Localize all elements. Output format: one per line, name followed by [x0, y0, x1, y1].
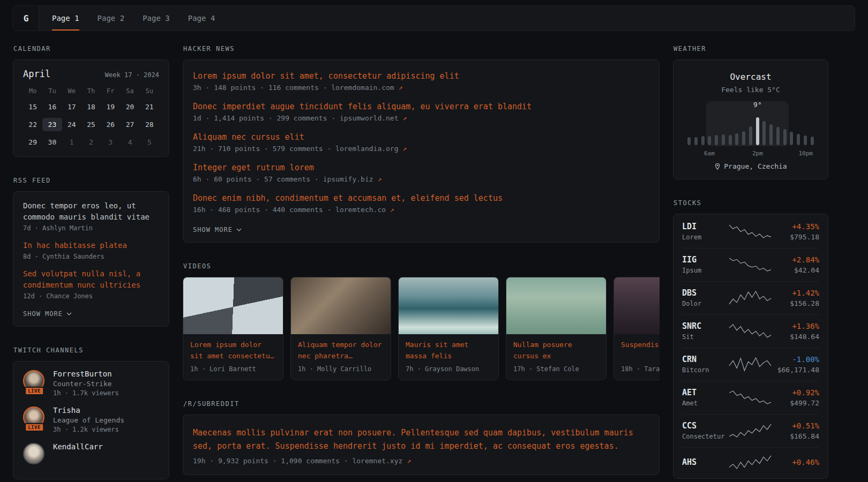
weather-hour-bar: [749, 126, 752, 145]
calendar-widget: CALENDAR April Week 17 · 2024 MoTuWeThFr…: [13, 45, 169, 157]
rss-show-more-button[interactable]: SHOW MORE: [23, 310, 72, 318]
chevron-down-icon: [66, 312, 72, 315]
calendar-day[interactable]: 19: [101, 100, 120, 114]
twitch-channel-name[interactable]: KendallCarr: [53, 442, 103, 451]
twitch-channel[interactable]: LIVE Trisha League of Legends 3h · 1.2k …: [23, 406, 159, 433]
calendar-day[interactable]: 30: [42, 135, 62, 149]
topbar: G Page 1Page 2Page 3Page 4: [13, 5, 855, 31]
hn-item-domain[interactable]: loremdomain.com: [331, 84, 394, 92]
tab-page-3[interactable]: Page 3: [143, 6, 170, 31]
videos-widget: VIDEOS Lorem ipsum dolor sit amet consec…: [183, 262, 660, 380]
twitch-channel-name[interactable]: Trisha: [53, 406, 124, 415]
video-title[interactable]: Lorem ipsum dolor sit amet consectetu…: [190, 340, 276, 362]
stock-row[interactable]: DBS Dolor +1.42% $156.28: [682, 281, 819, 314]
video-title[interactable]: Mauris sit amet massa felis: [406, 340, 491, 362]
hackernews-widget: HACKER NEWS Lorem ipsum dolor sit amet, …: [183, 45, 660, 243]
stock-identity: CRN Bitcorn: [682, 355, 728, 374]
stock-row[interactable]: LDI Lorem +4.35% $795.18: [682, 215, 819, 248]
calendar-day[interactable]: 5: [140, 135, 159, 149]
rss-item: Donec tempor eros leo, ut commodo mauris…: [23, 200, 159, 232]
video-thumbnail[interactable]: [399, 277, 498, 334]
stock-row[interactable]: AET Amet +0.92% $499.72: [682, 381, 819, 414]
hn-item-title[interactable]: Donec enim nibh, condimentum et accumsan…: [193, 193, 649, 203]
stock-spark-wrap: [728, 257, 773, 273]
calendar-day[interactable]: 1: [62, 135, 81, 149]
calendar-day[interactable]: 22: [23, 118, 42, 131]
weather-peak-temp: 9°: [753, 101, 762, 109]
stock-row[interactable]: CRN Bitcorn -1.00% $66,171.48: [682, 348, 819, 381]
tab-page-2[interactable]: Page 2: [98, 6, 125, 31]
calendar-day[interactable]: 16: [42, 100, 62, 114]
calendar-day-header: Sa: [120, 87, 139, 96]
calendar-day[interactable]: 26: [101, 118, 120, 131]
calendar-day[interactable]: 18: [81, 100, 101, 114]
hn-item-title[interactable]: Integer eget rutrum lorem: [193, 163, 649, 172]
video-title[interactable]: Nullam posuere cursus ex: [513, 340, 599, 362]
video-title[interactable]: Aliquam tempor dolor nec pharetra…: [298, 340, 384, 362]
hackernews-show-more-button[interactable]: SHOW MORE: [193, 226, 242, 234]
calendar-day[interactable]: 20: [120, 100, 139, 114]
stock-row[interactable]: SNRC Sit +1.36% $148.64: [682, 314, 819, 348]
video-card[interactable]: Nullam posuere cursus ex 17h · Stefan Co…: [506, 277, 607, 380]
stock-values: +0.51% $165.84: [773, 421, 819, 440]
stock-price: $165.84: [773, 432, 819, 440]
stock-row[interactable]: CCS Consectetur +0.51% $165.84: [682, 414, 819, 447]
hn-item-meta: 21h · 710 points · 579 comments · loreml…: [193, 145, 649, 153]
hackernews-section-title: HACKER NEWS: [183, 45, 660, 52]
video-title[interactable]: Suspendisse diam: [621, 340, 660, 362]
twitch-channel[interactable]: LIVE ForrestBurton Counter-Strike 1h · 1…: [23, 370, 159, 397]
hn-item-title[interactable]: Aliquam nec cursus elit: [193, 132, 649, 142]
calendar-day[interactable]: 29: [23, 135, 42, 149]
calendar-day[interactable]: 2: [81, 135, 101, 149]
calendar-day[interactable]: 28: [140, 118, 159, 131]
subreddit-post-title[interactable]: Maecenas mollis pulvinar erat non posuer…: [193, 426, 649, 453]
hn-item-domain[interactable]: loremtech.co: [335, 206, 386, 214]
twitch-channel-name[interactable]: ForrestBurton: [53, 370, 119, 378]
weather-hour-bar: [762, 121, 766, 145]
rss-item-title[interactable]: Donec tempor eros leo, ut commodo mauris…: [23, 200, 159, 223]
location-pin-icon: [714, 163, 721, 170]
calendar-day[interactable]: 3: [101, 135, 120, 149]
twitch-channel-game: Counter-Strike: [53, 380, 119, 388]
stock-row[interactable]: IIG Ipsum +2.84% $42.04: [682, 248, 819, 281]
rss-item-title[interactable]: In hac habitasse platea: [23, 240, 159, 251]
subreddit-post-domain[interactable]: loremnet.xyz: [352, 457, 402, 465]
calendar-day[interactable]: 17: [62, 100, 81, 114]
video-thumbnail[interactable]: [506, 277, 606, 334]
hn-item-domain[interactable]: ipsumworld.net: [340, 114, 399, 122]
live-badge: LIVE: [25, 387, 44, 395]
calendar-day[interactable]: 4: [120, 135, 139, 149]
calendar-day[interactable]: 21: [140, 100, 159, 114]
hn-item-domain[interactable]: loremlandia.org: [335, 145, 398, 153]
video-card[interactable]: Aliquam tempor dolor nec pharetra… 1h · …: [290, 277, 391, 380]
twitch-channel[interactable]: KendallCarr: [23, 442, 159, 464]
video-meta: 18h · Tara: [621, 365, 660, 373]
stock-spark-wrap: [728, 323, 773, 339]
calendar-day[interactable]: 25: [81, 118, 101, 131]
video-card[interactable]: Mauris sit amet massa felis 7h · Grayson…: [398, 277, 499, 380]
app-logo[interactable]: G: [13, 6, 39, 31]
stock-price: $499.72: [773, 399, 819, 407]
video-thumbnail[interactable]: [291, 277, 391, 334]
rss-item-title[interactable]: Sed volutpat nulla nisl, a condimentum n…: [23, 268, 159, 291]
video-thumbnail[interactable]: [614, 277, 660, 334]
video-card[interactable]: Suspendisse diam 18h · Tara: [613, 277, 660, 380]
video-thumbnail[interactable]: [183, 277, 283, 334]
hn-item-title[interactable]: Lorem ipsum dolor sit amet, consectetur …: [193, 71, 649, 81]
video-card[interactable]: Lorem ipsum dolor sit amet consectetu… 1…: [183, 277, 283, 380]
stock-change: +0.46%: [773, 458, 819, 466]
stock-row[interactable]: AHS +0.46%: [682, 447, 819, 477]
stock-identity: AHS: [682, 457, 728, 467]
hn-item-title[interactable]: Donec imperdiet augue tincidunt felis al…: [193, 102, 649, 111]
hn-item-domain[interactable]: ipsumify.biz: [323, 175, 373, 183]
calendar-day-selected[interactable]: 23: [42, 118, 62, 131]
tab-page-1[interactable]: Page 1: [52, 6, 79, 31]
rss-item-meta: 7d · Ashlyn Martin: [23, 224, 159, 232]
stock-sparkline: [728, 323, 773, 339]
calendar-day[interactable]: 27: [120, 118, 139, 131]
stock-identity: SNRC Sit: [682, 321, 728, 341]
calendar-day[interactable]: 15: [23, 100, 42, 114]
tab-page-4[interactable]: Page 4: [188, 6, 215, 31]
calendar-day[interactable]: 24: [62, 118, 81, 131]
external-link-icon: ↗: [407, 457, 411, 465]
